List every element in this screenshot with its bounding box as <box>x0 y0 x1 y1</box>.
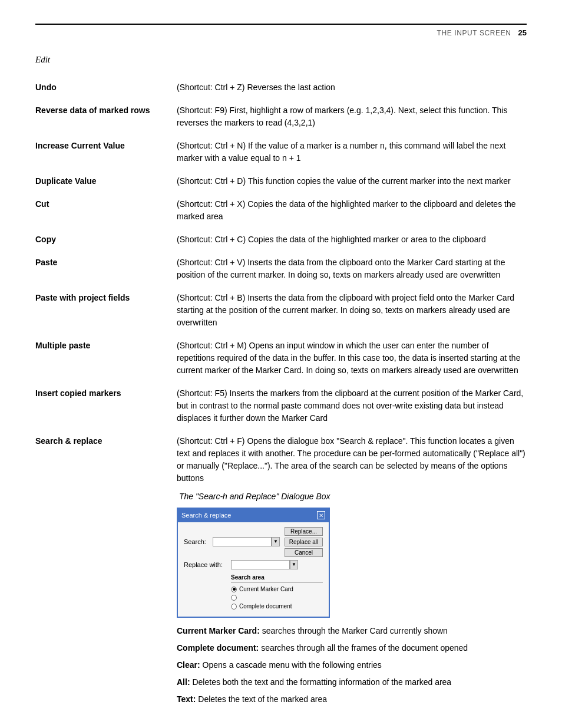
replace-label: Replace with: <box>184 560 231 570</box>
sub-entry-1-label: Complete document: <box>177 643 259 653</box>
sub-entry-4-text: Deletes the text of the marked area <box>198 694 327 704</box>
search-input-wrapper: ▼ <box>213 537 280 546</box>
desc-cell: (Shortcut: F5) Inserts the markers from … <box>177 387 527 435</box>
radio-current-marker-label: Current Marker Card <box>239 585 293 594</box>
sub-entry-3: All: Deletes both the text and the forma… <box>177 676 527 689</box>
table-row: Multiple paste (Shortcut: Ctrl + M) Open… <box>35 340 527 387</box>
radio-current-marker-icon[interactable] <box>231 587 237 592</box>
search-input[interactable] <box>213 537 272 546</box>
sub-entry-4: Text: Deletes the text of the marked are… <box>177 693 527 706</box>
desc-cell: (Shortcut: Ctrl + M) Opens an input wind… <box>177 340 527 387</box>
term-cell: Insert copied markers <box>35 387 177 435</box>
replace-row: Replace with: ▼ <box>184 560 323 570</box>
sub-entry-4-label: Text: <box>177 694 196 704</box>
search-replace-description: (Shortcut: Ctrl + F) Opens the dialogue … <box>177 436 525 483</box>
replace-dropdown-arrow[interactable]: ▼ <box>290 560 298 569</box>
term-cell: Search & replace <box>35 435 177 721</box>
dialog-area: The "Searc-h and Replace" Dialogue Box S… <box>177 490 527 618</box>
table-row: Insert copied markers (Shortcut: F5) Ins… <box>35 387 527 435</box>
table-row: Duplicate Value (Shortcut: Ctrl + D) Thi… <box>35 175 527 198</box>
desc-cell: (Shortcut: Ctrl + Z) Reverses the last a… <box>177 81 527 104</box>
radio-complete-doc: Complete document <box>231 602 323 611</box>
table-row: Cut (Shortcut: Ctrl + X) Copies the data… <box>35 198 527 233</box>
table-row: Increase Current Value (Shortcut: Ctrl +… <box>35 140 527 175</box>
search-dropdown-arrow[interactable]: ▼ <box>272 537 280 546</box>
dialog-caption: The "Searc-h and Replace" Dialogue Box <box>177 490 527 503</box>
desc-cell-search-replace: (Shortcut: Ctrl + F) Opens the dialogue … <box>177 435 527 721</box>
desc-cell: (Shortcut: F9) First, highlight a row of… <box>177 104 527 140</box>
dialog-buttons: Replace... Replace all Cancel <box>285 527 323 557</box>
sub-entry-3-text: Deletes both the text and the formatting… <box>192 677 451 687</box>
replace-input[interactable] <box>231 560 290 569</box>
term-cell: Paste with project fields <box>35 292 177 340</box>
sub-entry-1-text: searches through all the frames of the d… <box>261 643 468 653</box>
sub-entry-0-text: searches through the Marker Card current… <box>262 626 448 635</box>
sub-entry-1: Complete document: searches through all … <box>177 642 527 654</box>
sub-entry-0: Current Marker Card: searches through th… <box>177 625 527 637</box>
table-row: Undo (Shortcut: Ctrl + Z) Reverses the l… <box>35 81 527 104</box>
dialog-body: Search: ▼ Replace... Replace all Cancel <box>178 522 329 617</box>
dialog-title-bar: Search & replace ✕ <box>178 509 329 522</box>
sub-entry-2-label: Clear: <box>177 660 200 670</box>
table-row: Paste (Shortcut: Ctrl + V) Inserts the d… <box>35 256 527 292</box>
top-bar: THE INPUT SCREEN 25 <box>35 24 527 37</box>
term-cell: Paste <box>35 256 177 292</box>
replace-all-button[interactable]: Replace all <box>285 538 323 546</box>
sub-entry-2: Clear: Opens a cascade menu with the fol… <box>177 659 527 671</box>
desc-cell: (Shortcut: Ctrl + C) Copies the data of … <box>177 233 527 256</box>
radio-current-marker: Current Marker Card <box>231 585 323 594</box>
table-row: Paste with project fields (Shortcut: Ctr… <box>35 292 527 340</box>
desc-cell: (Shortcut: Ctrl + X) Copies the data of … <box>177 198 527 233</box>
search-area-section: Search area Current Marker Card <box>231 573 323 611</box>
table-row: Copy (Shortcut: Ctrl + C) Copies the dat… <box>35 233 527 256</box>
term-cell: Undo <box>35 81 177 104</box>
sub-entry-2-text: Opens a cascade menu with the following … <box>203 660 382 670</box>
term-cell: Cut <box>35 198 177 233</box>
desc-cell: (Shortcut: Ctrl + N) If the value of a m… <box>177 140 527 175</box>
sub-entry-3-label: All: <box>177 677 190 687</box>
dialog-title: Search & replace <box>181 510 231 521</box>
table-row: Search & replace (Shortcut: Ctrl + F) Op… <box>35 435 527 721</box>
desc-cell: (Shortcut: Ctrl + B) Inserts the data fr… <box>177 292 527 340</box>
replace-input-wrapper: ▼ <box>231 560 323 569</box>
search-row: Search: ▼ Replace... Replace all Cancel <box>184 527 323 557</box>
radio-empty-icon[interactable] <box>231 595 237 601</box>
section-title: Edit <box>35 55 527 65</box>
sub-entry-0-label: Current Marker Card: <box>177 626 260 635</box>
content-table: Undo (Shortcut: Ctrl + Z) Reverses the l… <box>35 81 527 721</box>
term-cell: Copy <box>35 233 177 256</box>
page-number: 25 <box>518 28 527 37</box>
radio-empty <box>231 595 323 601</box>
area-title: Search area <box>231 573 323 583</box>
cancel-button[interactable]: Cancel <box>285 548 323 557</box>
term-cell: Multiple paste <box>35 340 177 387</box>
radio-complete-doc-icon[interactable] <box>231 604 237 610</box>
sub-content: Current Marker Card: searches through th… <box>177 625 527 706</box>
search-label: Search: <box>184 537 213 547</box>
desc-cell: (Shortcut: Ctrl + D) This function copie… <box>177 175 527 198</box>
desc-cell: (Shortcut: Ctrl + V) Inserts the data fr… <box>177 256 527 292</box>
table-row: Reverse data of marked rows (Shortcut: F… <box>35 104 527 140</box>
search-replace-dialog: Search & replace ✕ Search: <box>177 508 330 618</box>
term-cell: Increase Current Value <box>35 140 177 175</box>
replace-button[interactable]: Replace... <box>285 527 323 536</box>
radio-complete-doc-label: Complete document <box>239 602 292 611</box>
term-cell: Duplicate Value <box>35 175 177 198</box>
section-label: THE INPUT SCREEN <box>437 29 511 37</box>
dialog-close-button[interactable]: ✕ <box>317 511 325 519</box>
term-cell: Reverse data of marked rows <box>35 104 177 140</box>
page-container: THE INPUT SCREEN 25 Edit Undo (Shortcut:… <box>0 0 562 728</box>
